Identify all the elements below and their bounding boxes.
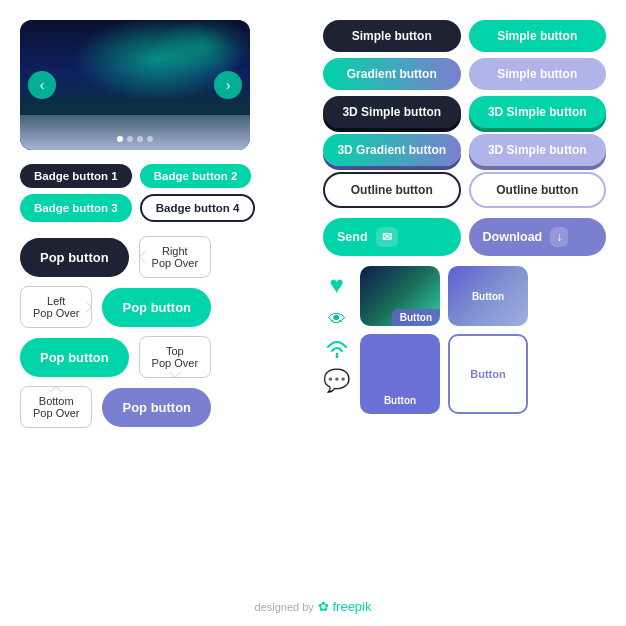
carousel-dot[interactable] — [137, 136, 143, 142]
carousel: ‹ › — [20, 20, 250, 150]
btn-row-3: 3D Simple button 3D Simple button — [323, 96, 606, 128]
btn-row-4: 3D Gradient button 3D Simple button — [323, 134, 606, 166]
carousel-prev-button[interactable]: ‹ — [28, 71, 56, 99]
badge-button-3[interactable]: Badge button 3 — [20, 194, 132, 222]
3d-simple-button-dark[interactable]: 3D Simple button — [323, 96, 461, 128]
carousel-dots — [117, 136, 153, 142]
footer-text: designed by — [255, 601, 314, 613]
download-icon: ↓ — [550, 227, 568, 247]
image-button-1-label: Button — [392, 309, 440, 326]
simple-button-light[interactable]: Simple button — [469, 58, 607, 90]
bottom-popover: BottomPop Over — [20, 386, 92, 428]
image-button-3-label: Button — [384, 395, 416, 406]
3d-gradient-button[interactable]: 3D Gradient button — [323, 134, 461, 166]
pop-buttons-section: Pop button RightPop Over LeftPop Over Po… — [20, 236, 303, 428]
badge-row-1: Badge button 1 Badge button 2 — [20, 164, 303, 188]
3d-simple-button-teal[interactable]: 3D Simple button — [469, 96, 607, 128]
image-button-1[interactable]: Button — [360, 266, 440, 326]
pop-button-2[interactable]: Pop button — [102, 288, 211, 327]
freepik-brand: ✿ freepik — [318, 599, 372, 614]
button-grid: Simple button Simple button Gradient but… — [323, 20, 606, 208]
carousel-dot[interactable] — [147, 136, 153, 142]
eye-icon: 👁 — [328, 309, 346, 330]
badge-buttons-section: Badge button 1 Badge button 2 Badge butt… — [20, 164, 303, 222]
action-buttons-row: Send ✉ Download ↓ — [323, 218, 606, 256]
pop-row-2: LeftPop Over Pop button — [20, 286, 303, 328]
heart-icon: ♥ — [329, 271, 343, 299]
image-button-3[interactable]: Button — [360, 334, 440, 414]
pop-row-4: BottomPop Over Pop button — [20, 386, 303, 428]
download-label: Download — [483, 230, 543, 244]
3d-simple-button-purple[interactable]: 3D Simple button — [469, 134, 607, 166]
top-popover: TopPop Over — [139, 336, 211, 378]
download-button[interactable]: Download ↓ — [469, 218, 607, 256]
send-icon: ✉ — [376, 227, 398, 247]
bottom-section: ♥ 👁 💬 Button — [323, 266, 606, 414]
image-button-4-label: Button — [470, 368, 505, 380]
footer: designed by ✿ freepik — [255, 599, 372, 614]
simple-button-teal[interactable]: Simple button — [469, 20, 607, 52]
badge-button-4[interactable]: Badge button 4 — [140, 194, 256, 222]
wifi-icon — [325, 340, 349, 358]
badge-row-2: Badge button 3 Badge button 4 — [20, 194, 303, 222]
carousel-dot[interactable] — [127, 136, 133, 142]
pop-row-1: Pop button RightPop Over — [20, 236, 303, 278]
pop-button-3[interactable]: Pop button — [20, 338, 129, 377]
image-button-4[interactable]: Button — [448, 334, 528, 414]
btn-row-2: Gradient button Simple button — [323, 58, 606, 90]
btn-row-1: Simple button Simple button — [323, 20, 606, 52]
image-button-2-label: Button — [472, 291, 504, 302]
icons-column: ♥ 👁 💬 — [323, 266, 350, 414]
badge-button-1[interactable]: Badge button 1 — [20, 164, 132, 188]
gradient-button[interactable]: Gradient button — [323, 58, 461, 90]
simple-button-dark[interactable]: Simple button — [323, 20, 461, 52]
chat-icon: 💬 — [323, 368, 350, 394]
pop-button-4[interactable]: Pop button — [102, 388, 211, 427]
badge-button-2[interactable]: Badge button 2 — [140, 164, 252, 188]
image-button-2[interactable]: Button — [448, 266, 528, 326]
send-button[interactable]: Send ✉ — [323, 218, 461, 256]
image-buttons-grid: Button Button Button Button — [360, 266, 528, 414]
pop-button-1[interactable]: Pop button — [20, 238, 129, 277]
carousel-next-button[interactable]: › — [214, 71, 242, 99]
outline-button-dark[interactable]: Outline button — [323, 172, 461, 208]
left-popover: LeftPop Over — [20, 286, 92, 328]
pop-row-3: Pop button TopPop Over — [20, 336, 303, 378]
btn-row-5: Outline button Outline button — [323, 172, 606, 208]
right-popover: RightPop Over — [139, 236, 211, 278]
outline-button-purple[interactable]: Outline button — [469, 172, 607, 208]
carousel-dot[interactable] — [117, 136, 123, 142]
send-label: Send — [337, 230, 368, 244]
